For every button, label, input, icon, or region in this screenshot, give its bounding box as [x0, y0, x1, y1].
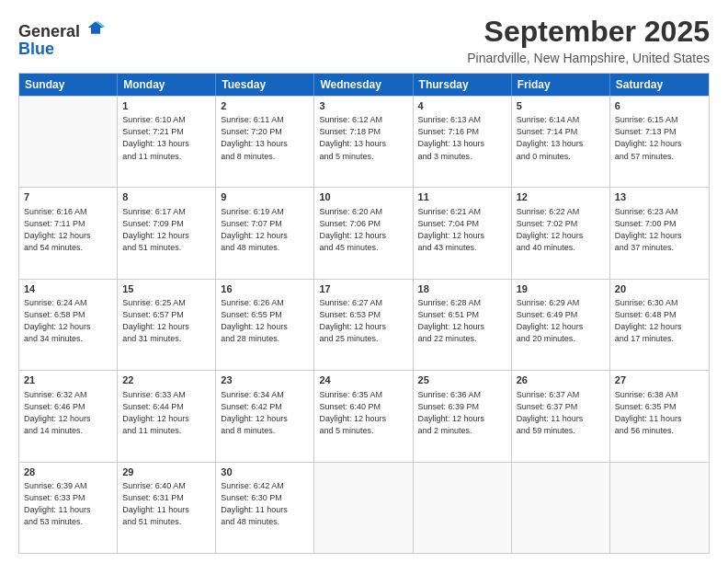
day-number: 19	[517, 282, 605, 296]
header-cell-thursday: Thursday	[414, 74, 512, 96]
day-number: 18	[418, 282, 506, 296]
day-number: 29	[122, 465, 210, 479]
day-number: 28	[24, 465, 112, 479]
day-number: 15	[122, 282, 210, 296]
cell-text: Sunrise: 6:23 AM Sunset: 7:00 PM Dayligh…	[615, 206, 704, 254]
header-cell-friday: Friday	[512, 74, 610, 96]
calendar-cell-r2c3: 17Sunrise: 6:27 AM Sunset: 6:53 PM Dayli…	[314, 280, 413, 370]
cell-text: Sunrise: 6:27 AM Sunset: 6:53 PM Dayligh…	[319, 297, 407, 345]
calendar-cell-r4c3	[314, 463, 413, 553]
calendar-cell-r1c6: 13Sunrise: 6:23 AM Sunset: 7:00 PM Dayli…	[610, 188, 709, 278]
cell-text: Sunrise: 6:35 AM Sunset: 6:40 PM Dayligh…	[319, 389, 407, 437]
calendar-cell-r3c6: 27Sunrise: 6:38 AM Sunset: 6:35 PM Dayli…	[610, 371, 709, 461]
calendar: SundayMondayTuesdayWednesdayThursdayFrid…	[18, 73, 710, 554]
day-number: 6	[615, 99, 704, 113]
logo-text: General	[18, 18, 105, 41]
day-number: 13	[615, 190, 704, 204]
calendar-cell-r4c6	[610, 463, 709, 553]
cell-text: Sunrise: 6:40 AM Sunset: 6:31 PM Dayligh…	[122, 480, 210, 528]
cell-text: Sunrise: 6:14 AM Sunset: 7:14 PM Dayligh…	[517, 114, 605, 162]
cell-text: Sunrise: 6:36 AM Sunset: 6:39 PM Dayligh…	[418, 389, 506, 437]
cell-text: Sunrise: 6:15 AM Sunset: 7:13 PM Dayligh…	[615, 114, 704, 162]
day-number: 27	[615, 373, 704, 387]
calendar-cell-r0c0	[19, 97, 118, 187]
calendar-cell-r0c5: 5Sunrise: 6:14 AM Sunset: 7:14 PM Daylig…	[512, 97, 610, 187]
calendar-cell-r3c1: 22Sunrise: 6:33 AM Sunset: 6:44 PM Dayli…	[118, 371, 216, 461]
day-number: 10	[319, 190, 407, 204]
calendar-cell-r4c4	[414, 463, 512, 553]
day-number: 7	[24, 190, 112, 204]
calendar-row-0: 1Sunrise: 6:10 AM Sunset: 7:21 PM Daylig…	[19, 96, 709, 187]
header-cell-monday: Monday	[118, 74, 216, 96]
calendar-cell-r2c0: 14Sunrise: 6:24 AM Sunset: 6:58 PM Dayli…	[19, 280, 118, 370]
calendar-cell-r2c6: 20Sunrise: 6:30 AM Sunset: 6:48 PM Dayli…	[610, 280, 709, 370]
calendar-cell-r4c5	[512, 463, 610, 553]
day-number: 5	[517, 99, 605, 113]
calendar-cell-r3c4: 25Sunrise: 6:36 AM Sunset: 6:39 PM Dayli…	[414, 371, 512, 461]
header-cell-saturday: Saturday	[610, 74, 709, 96]
cell-text: Sunrise: 6:20 AM Sunset: 7:06 PM Dayligh…	[319, 206, 407, 254]
calendar-cell-r1c0: 7Sunrise: 6:16 AM Sunset: 7:11 PM Daylig…	[19, 188, 118, 278]
day-number: 14	[24, 282, 112, 296]
day-number: 23	[221, 373, 309, 387]
cell-text: Sunrise: 6:12 AM Sunset: 7:18 PM Dayligh…	[319, 114, 407, 162]
header: General Blue September 2025 Pinardville,…	[18, 15, 710, 65]
calendar-body: 1Sunrise: 6:10 AM Sunset: 7:21 PM Daylig…	[19, 96, 709, 553]
cell-text: Sunrise: 6:34 AM Sunset: 6:42 PM Dayligh…	[221, 389, 309, 437]
day-number: 12	[517, 190, 605, 204]
cell-text: Sunrise: 6:11 AM Sunset: 7:20 PM Dayligh…	[221, 114, 309, 162]
title-section: September 2025 Pinardville, New Hampshir…	[467, 15, 710, 65]
calendar-cell-r4c2: 30Sunrise: 6:42 AM Sunset: 6:30 PM Dayli…	[216, 463, 314, 553]
cell-text: Sunrise: 6:38 AM Sunset: 6:35 PM Dayligh…	[615, 389, 704, 437]
calendar-cell-r3c0: 21Sunrise: 6:32 AM Sunset: 6:46 PM Dayli…	[19, 371, 118, 461]
cell-text: Sunrise: 6:17 AM Sunset: 7:09 PM Dayligh…	[122, 206, 210, 254]
calendar-cell-r3c5: 26Sunrise: 6:37 AM Sunset: 6:37 PM Dayli…	[512, 371, 610, 461]
cell-text: Sunrise: 6:16 AM Sunset: 7:11 PM Dayligh…	[24, 206, 112, 254]
calendar-cell-r1c3: 10Sunrise: 6:20 AM Sunset: 7:06 PM Dayli…	[314, 188, 413, 278]
day-number: 21	[24, 373, 112, 387]
header-cell-wednesday: Wednesday	[314, 74, 413, 96]
cell-text: Sunrise: 6:30 AM Sunset: 6:48 PM Dayligh…	[615, 297, 704, 345]
day-number: 1	[122, 99, 210, 113]
page: General Blue September 2025 Pinardville,…	[0, 0, 728, 563]
calendar-cell-r1c1: 8Sunrise: 6:17 AM Sunset: 7:09 PM Daylig…	[118, 188, 216, 278]
cell-text: Sunrise: 6:21 AM Sunset: 7:04 PM Dayligh…	[418, 206, 506, 254]
calendar-row-3: 21Sunrise: 6:32 AM Sunset: 6:46 PM Dayli…	[19, 370, 709, 461]
cell-text: Sunrise: 6:26 AM Sunset: 6:55 PM Dayligh…	[221, 297, 309, 345]
calendar-cell-r4c0: 28Sunrise: 6:39 AM Sunset: 6:33 PM Dayli…	[19, 463, 118, 553]
calendar-cell-r1c2: 9Sunrise: 6:19 AM Sunset: 7:07 PM Daylig…	[216, 188, 314, 278]
location: Pinardville, New Hampshire, United State…	[467, 51, 710, 65]
calendar-row-2: 14Sunrise: 6:24 AM Sunset: 6:58 PM Dayli…	[19, 279, 709, 370]
day-number: 26	[517, 373, 605, 387]
logo-line2: Blue	[18, 40, 105, 59]
calendar-row-4: 28Sunrise: 6:39 AM Sunset: 6:33 PM Dayli…	[19, 462, 709, 553]
calendar-cell-r4c1: 29Sunrise: 6:40 AM Sunset: 6:31 PM Dayli…	[118, 463, 216, 553]
cell-text: Sunrise: 6:39 AM Sunset: 6:33 PM Dayligh…	[24, 480, 112, 528]
cell-text: Sunrise: 6:29 AM Sunset: 6:49 PM Dayligh…	[517, 297, 605, 345]
calendar-row-1: 7Sunrise: 6:16 AM Sunset: 7:11 PM Daylig…	[19, 187, 709, 278]
calendar-cell-r2c5: 19Sunrise: 6:29 AM Sunset: 6:49 PM Dayli…	[512, 280, 610, 370]
day-number: 8	[122, 190, 210, 204]
calendar-cell-r0c6: 6Sunrise: 6:15 AM Sunset: 7:13 PM Daylig…	[610, 97, 709, 187]
cell-text: Sunrise: 6:28 AM Sunset: 6:51 PM Dayligh…	[418, 297, 506, 345]
day-number: 22	[122, 373, 210, 387]
day-number: 11	[418, 190, 506, 204]
day-number: 2	[221, 99, 309, 113]
header-cell-sunday: Sunday	[19, 74, 118, 96]
day-number: 20	[615, 282, 704, 296]
cell-text: Sunrise: 6:22 AM Sunset: 7:02 PM Dayligh…	[517, 206, 605, 254]
cell-text: Sunrise: 6:19 AM Sunset: 7:07 PM Dayligh…	[221, 206, 309, 254]
calendar-cell-r0c2: 2Sunrise: 6:11 AM Sunset: 7:20 PM Daylig…	[216, 97, 314, 187]
cell-text: Sunrise: 6:32 AM Sunset: 6:46 PM Dayligh…	[24, 389, 112, 437]
calendar-cell-r2c2: 16Sunrise: 6:26 AM Sunset: 6:55 PM Dayli…	[216, 280, 314, 370]
calendar-header: SundayMondayTuesdayWednesdayThursdayFrid…	[19, 74, 709, 96]
logo-icon	[86, 18, 105, 37]
cell-text: Sunrise: 6:10 AM Sunset: 7:21 PM Dayligh…	[122, 114, 210, 162]
cell-text: Sunrise: 6:24 AM Sunset: 6:58 PM Dayligh…	[24, 297, 112, 345]
day-number: 3	[319, 99, 407, 113]
calendar-cell-r0c3: 3Sunrise: 6:12 AM Sunset: 7:18 PM Daylig…	[314, 97, 413, 187]
day-number: 24	[319, 373, 407, 387]
day-number: 9	[221, 190, 309, 204]
calendar-cell-r1c4: 11Sunrise: 6:21 AM Sunset: 7:04 PM Dayli…	[414, 188, 512, 278]
header-cell-tuesday: Tuesday	[216, 74, 314, 96]
